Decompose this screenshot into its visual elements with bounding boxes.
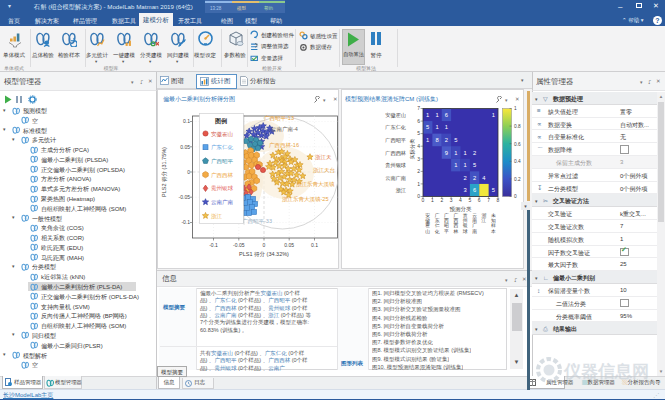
svg-text:5: 5 xyxy=(473,162,476,168)
svg-text:0.1: 0.1 xyxy=(183,118,190,124)
svg-text:广西昭平: 广西昭平 xyxy=(384,137,406,144)
svg-text:贵州银球: 贵州银球 xyxy=(385,162,406,168)
svg-text:0.1: 0.1 xyxy=(311,242,318,248)
svg-text:广西西林-16: 广西西林-16 xyxy=(269,142,299,149)
svg-text:PLS1 得分 (34.32%): PLS1 得分 (34.32%) xyxy=(239,251,289,258)
svg-text:0.2: 0.2 xyxy=(514,177,521,182)
svg-text:5: 5 xyxy=(426,124,429,130)
svg-text:9: 9 xyxy=(445,150,448,156)
svg-text:2: 2 xyxy=(464,175,467,181)
svg-text:7: 7 xyxy=(417,105,420,111)
svg-text:浙江: 浙江 xyxy=(396,187,406,194)
svg-text:仪器信息网: 仪器信息网 xyxy=(563,362,649,381)
svg-text:预测分类: 预测分类 xyxy=(450,206,473,213)
svg-text:浙江: 浙江 xyxy=(211,213,223,220)
svg-text:4: 4 xyxy=(417,143,420,149)
svg-text:5: 5 xyxy=(492,187,495,193)
svg-text:广东仁化: 广东仁化 xyxy=(211,144,234,151)
svg-text:0.8: 0.8 xyxy=(514,124,521,129)
svg-text:0: 0 xyxy=(187,169,190,175)
svg-text:0.4: 0.4 xyxy=(514,159,521,164)
svg-text:云南广南: 云南广南 xyxy=(211,199,234,205)
svg-text:0: 0 xyxy=(417,193,420,199)
svg-text:广西昭平: 广西昭平 xyxy=(211,158,234,165)
svg-text:0.05: 0.05 xyxy=(180,144,190,150)
svg-text:广西昭平-13: 广西昭平-13 xyxy=(264,115,294,122)
svg-text:1: 1 xyxy=(417,181,420,187)
svg-text:1: 1 xyxy=(435,112,438,118)
svg-text:广西西林: 广西西林 xyxy=(384,150,407,156)
svg-text:8: 8 xyxy=(435,137,438,143)
svg-text:图例: 图例 xyxy=(215,117,227,125)
svg-text:-0.1: -0.1 xyxy=(181,219,190,225)
svg-text:1: 1 xyxy=(492,112,495,118)
svg-text:1: 1 xyxy=(445,124,448,130)
svg-text:-0.05: -0.05 xyxy=(233,242,245,248)
svg-text:浙江乐青大溪镇-25: 浙江乐青大溪镇-25 xyxy=(282,196,328,203)
svg-text:5: 5 xyxy=(454,137,457,143)
svg-text:广东仁化: 广东仁化 xyxy=(435,212,440,235)
svg-text:5: 5 xyxy=(417,130,420,136)
svg-text:浙江天: 浙江天 xyxy=(315,154,332,161)
svg-text:1: 1 xyxy=(464,150,467,156)
svg-text:贵州银球: 贵州银球 xyxy=(462,213,468,234)
svg-text:1: 1 xyxy=(435,124,438,130)
svg-text:未知样本: 未知样本 xyxy=(491,213,496,234)
svg-text:实际分类: 实际分类 xyxy=(409,139,416,160)
svg-text:6: 6 xyxy=(473,187,476,193)
svg-text:-0.05: -0.05 xyxy=(179,194,191,200)
svg-text:3: 3 xyxy=(417,156,420,162)
svg-text:2: 2 xyxy=(473,175,476,181)
svg-text:0.05: 0.05 xyxy=(284,242,294,248)
svg-text:1: 1 xyxy=(426,137,429,143)
svg-text:浙江乐青大溪镇: 浙江乐青大溪镇 xyxy=(296,181,335,188)
svg-text:云南广南: 云南广南 xyxy=(385,175,406,181)
svg-text:0: 0 xyxy=(514,194,517,199)
svg-text:云南广南-4: 云南广南-4 xyxy=(271,126,298,132)
svg-text:广西西林: 广西西林 xyxy=(452,212,458,234)
svg-text:安徽霍山: 安徽霍山 xyxy=(211,131,233,138)
svg-text:云南广南: 云南广南 xyxy=(472,213,477,234)
svg-text:PLS2 得分 (31.75%): PLS2 得分 (31.75%) xyxy=(161,147,168,197)
svg-text:贵州银球: 贵州银球 xyxy=(211,185,234,191)
svg-text:6: 6 xyxy=(445,112,448,118)
svg-text:广西昭平: 广西昭平 xyxy=(444,212,449,234)
svg-text:1: 1 xyxy=(464,162,467,168)
svg-text:广东仁化: 广东仁化 xyxy=(384,124,406,131)
svg-text:6: 6 xyxy=(417,118,420,124)
svg-text:1: 1 xyxy=(454,162,457,168)
svg-text:2: 2 xyxy=(445,137,448,143)
svg-text:3: 3 xyxy=(464,187,467,193)
svg-text:1: 1 xyxy=(454,150,457,156)
svg-text:广西昭平-33: 广西昭平-33 xyxy=(242,218,272,225)
svg-text:2: 2 xyxy=(473,150,476,156)
svg-text:0: 0 xyxy=(263,242,266,248)
svg-text:1: 1 xyxy=(426,112,429,118)
svg-text:安徽霍山: 安徽霍山 xyxy=(425,212,430,234)
svg-text:2: 2 xyxy=(417,168,420,174)
svg-text:0.6: 0.6 xyxy=(514,142,521,147)
svg-text:-0.1: -0.1 xyxy=(209,242,218,248)
svg-text:广西西林: 广西西林 xyxy=(211,172,234,179)
svg-text:浙江天台: 浙江天台 xyxy=(313,167,335,174)
svg-text:1: 1 xyxy=(514,106,517,111)
svg-text:浙江: 浙江 xyxy=(481,213,487,223)
svg-text:安徽霍山: 安徽霍山 xyxy=(385,112,406,119)
